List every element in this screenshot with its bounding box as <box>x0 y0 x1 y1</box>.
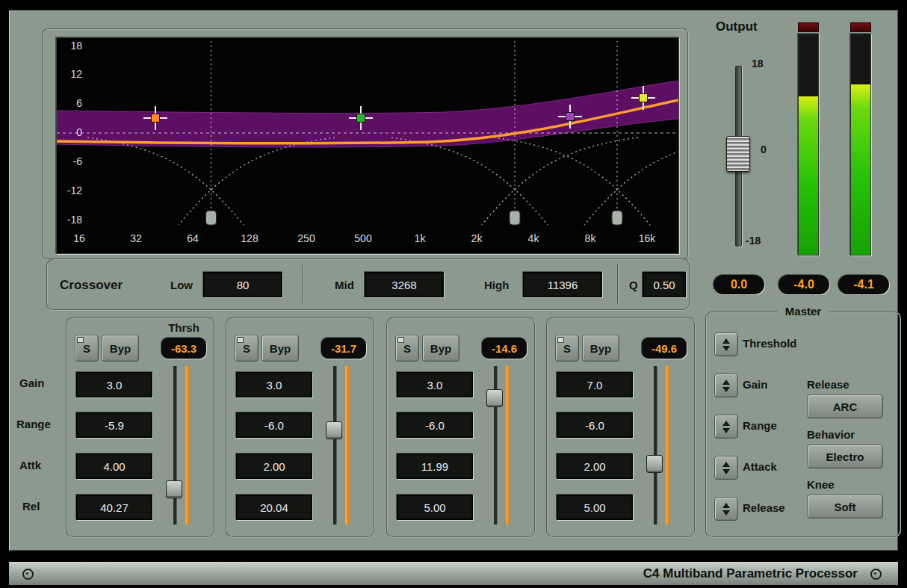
down-arrow-icon <box>722 387 730 392</box>
band-4-solo-button[interactable]: S <box>555 335 579 362</box>
x-tick: 16k <box>632 232 662 244</box>
master-range-stepper[interactable] <box>714 415 738 439</box>
x-tick: 16 <box>64 232 94 244</box>
behavior-mode-button[interactable]: Electro <box>807 445 883 468</box>
band-4-threshold-handle[interactable] <box>646 455 663 473</box>
crossover-q-value[interactable]: 0.50 <box>643 272 686 297</box>
range-band-area <box>57 81 678 147</box>
band-4-range-field[interactable]: -6.0 <box>557 412 633 438</box>
row-label-gain: Gain <box>19 377 44 389</box>
output-gain-readout[interactable]: 0.0 <box>713 275 764 294</box>
band-4-threshold-readout[interactable]: -49.6 <box>642 338 687 359</box>
solo-led <box>557 337 564 343</box>
meter-fill <box>799 96 818 255</box>
band-2-attack-field[interactable]: 2.00 <box>236 454 312 479</box>
band-4-bypass-button[interactable]: Byp <box>582 335 619 362</box>
meter-peak-readout-left[interactable]: -4.0 <box>778 275 829 294</box>
output-scale-tick: 0 <box>761 143 767 155</box>
band-2-release-field[interactable]: 20.04 <box>236 495 312 520</box>
divider <box>302 264 303 303</box>
crossover-mid-value[interactable]: 3268 <box>365 272 444 297</box>
band-3-solo-button[interactable]: S <box>395 335 419 362</box>
down-arrow-icon <box>722 469 730 474</box>
x-tick: 64 <box>178 232 208 244</box>
y-tick: 0 <box>60 126 82 138</box>
band-2-range-field[interactable]: -6.0 <box>236 412 312 438</box>
up-arrow-icon <box>722 462 730 467</box>
band-3-attack-field[interactable]: 11.99 <box>397 454 473 479</box>
band-2-threshold-handle[interactable] <box>326 421 342 439</box>
master-attack-label: Attack <box>743 460 777 473</box>
output-fader-knob[interactable] <box>726 136 750 172</box>
master-attack-stepper[interactable] <box>714 456 738 480</box>
band-3-threshold-handle[interactable] <box>486 389 503 407</box>
band-2-bypass-button[interactable]: Byp <box>261 335 299 362</box>
logo-dot <box>26 572 28 575</box>
band-3-gain-field[interactable]: 3.0 <box>397 372 473 397</box>
bypass-label: Byp <box>270 342 291 355</box>
crossover-handle-high[interactable] <box>612 211 622 225</box>
band-3-level-bar <box>506 366 510 524</box>
band-1-threshold-handle[interactable] <box>166 480 182 498</box>
band-1-range-field[interactable]: -5.9 <box>76 412 152 438</box>
up-arrow-icon <box>722 503 730 508</box>
band-4-gain-field[interactable]: 7.0 <box>557 372 633 397</box>
down-arrow-icon <box>722 428 730 433</box>
knee-mode-button[interactable]: Soft <box>807 495 883 519</box>
waves-logo-icon-right[interactable] <box>870 569 882 580</box>
crossover-skirt-curve <box>584 137 678 225</box>
band-1-panel: Thrsh S Byp -63.3 3.0 -5.9 4.00 40.27 <box>66 317 215 538</box>
band-4-release-field[interactable]: 5.00 <box>557 495 633 520</box>
meter-peak-readout-right[interactable]: -4.1 <box>838 275 889 294</box>
x-tick: 32 <box>121 232 151 244</box>
x-tick: 8k <box>575 232 605 244</box>
band-4-attack-field[interactable]: 2.00 <box>557 454 633 479</box>
y-tick: -12 <box>60 185 82 196</box>
band-2-gain-field[interactable]: 3.0 <box>236 372 312 397</box>
x-tick: 2k <box>462 232 492 244</box>
band-1-release-field[interactable]: 40.27 <box>76 495 152 520</box>
crossover-low-label: Low <box>170 279 193 291</box>
band-4-level-bar <box>666 366 669 524</box>
master-threshold-stepper[interactable] <box>714 332 738 356</box>
bypass-label: Byp <box>110 342 131 355</box>
band-1-bypass-button[interactable]: Byp <box>102 335 139 362</box>
master-release-stepper[interactable] <box>714 497 738 521</box>
x-tick: 500 <box>348 232 378 244</box>
crossover-mid-label: Mid <box>335 279 354 291</box>
crossover-q-label: Q <box>629 279 638 291</box>
band-3-threshold-readout[interactable]: -14.6 <box>482 338 527 359</box>
band-4-panel: S Byp -49.6 7.0 -6.0 2.00 5.00 <box>546 317 696 538</box>
band-3-range-field[interactable]: -6.0 <box>397 412 473 438</box>
band-1-gain-field[interactable]: 3.0 <box>76 372 152 397</box>
release-mode-button[interactable]: ARC <box>807 394 883 418</box>
output-meter-left <box>798 34 819 256</box>
main-panel: 18 12 6 0 -6 -12 -18 16 32 64 128 250 50… <box>9 10 898 551</box>
master-range-label: Range <box>743 419 777 432</box>
master-gain-stepper[interactable] <box>714 374 738 397</box>
band-4-threshold-track <box>654 366 657 524</box>
band-3-bypass-button[interactable]: Byp <box>422 335 459 362</box>
bottom-bar: C4 Multiband Parametric Processor <box>9 562 898 585</box>
down-arrow-icon <box>722 346 730 351</box>
crossover-high-value[interactable]: 11396 <box>523 272 602 297</box>
solo-led <box>397 337 404 343</box>
logo-dot <box>874 572 876 575</box>
band-1-attack-field[interactable]: 4.00 <box>76 454 152 479</box>
up-arrow-icon <box>722 421 730 426</box>
output-meter-right <box>850 34 871 256</box>
clip-led-right[interactable] <box>850 22 871 32</box>
release-mode-label: Release <box>807 378 849 391</box>
band-2-threshold-readout[interactable]: -31.7 <box>321 338 366 359</box>
waves-logo-icon-left[interactable] <box>22 569 34 580</box>
crossover-skirt-curve <box>179 137 335 225</box>
crossover-handle-low[interactable] <box>206 211 217 225</box>
solo-led <box>237 337 244 343</box>
band-1-threshold-readout[interactable]: -63.3 <box>161 338 206 359</box>
band-3-release-field[interactable]: 5.00 <box>397 495 473 520</box>
clip-led-left[interactable] <box>798 22 819 32</box>
crossover-low-value[interactable]: 80 <box>203 272 282 297</box>
band-2-solo-button[interactable]: S <box>235 335 259 362</box>
band-1-solo-button[interactable]: S <box>75 335 99 362</box>
crossover-handle-mid[interactable] <box>510 211 520 225</box>
